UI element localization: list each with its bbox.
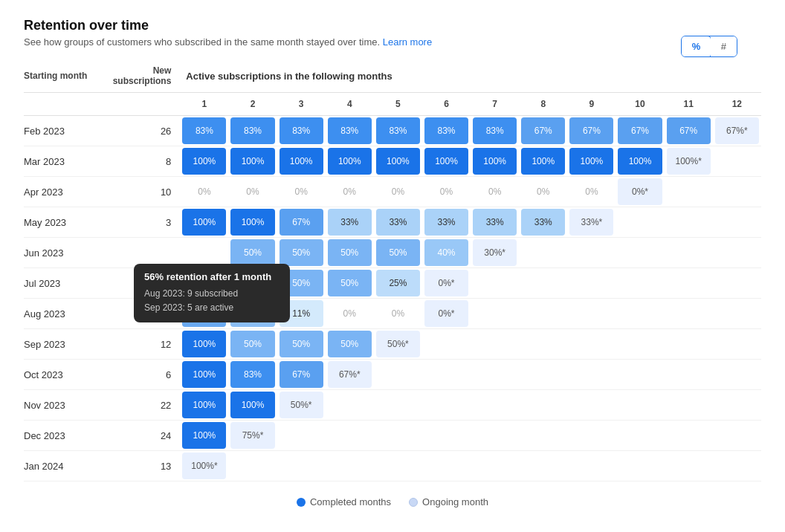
retention-cell[interactable] <box>713 421 761 451</box>
retention-cell[interactable] <box>713 207 761 238</box>
retention-cell[interactable]: 100% <box>180 207 228 238</box>
retention-cell[interactable]: 44% <box>228 299 277 329</box>
retention-cell[interactable] <box>665 329 713 360</box>
hash-toggle-button[interactable]: # <box>711 36 737 56</box>
retention-cell[interactable]: 83% <box>228 360 277 390</box>
retention-cell[interactable]: 83% <box>326 116 374 146</box>
retention-cell[interactable]: 25% <box>374 268 422 299</box>
retention-cell[interactable] <box>713 390 761 421</box>
retention-cell[interactable]: 0% <box>567 177 616 207</box>
retention-cell[interactable]: 50% <box>277 329 326 360</box>
retention-cell[interactable]: 100% <box>374 146 422 177</box>
retention-cell[interactable] <box>471 421 519 451</box>
retention-cell[interactable]: 100%* <box>180 451 228 481</box>
retention-cell[interactable]: 50% <box>374 238 422 268</box>
retention-cell[interactable] <box>519 268 567 299</box>
retention-cell[interactable]: 50% <box>326 268 374 299</box>
retention-cell[interactable]: 100% <box>422 146 471 177</box>
retention-cell[interactable] <box>567 238 616 268</box>
retention-cell[interactable]: 67%* <box>713 116 761 146</box>
retention-cell[interactable] <box>567 299 616 329</box>
retention-cell[interactable] <box>665 451 713 481</box>
retention-cell[interactable]: 50% <box>326 238 374 268</box>
retention-cell[interactable]: 67% <box>665 116 713 146</box>
retention-cell[interactable]: 50% <box>277 268 326 299</box>
retention-cell[interactable]: 50% <box>277 238 326 268</box>
retention-cell[interactable]: 100% <box>277 146 326 177</box>
retention-cell[interactable]: 50%* <box>277 390 326 421</box>
retention-cell[interactable] <box>422 451 471 481</box>
retention-cell[interactable]: 33% <box>422 207 471 238</box>
retention-cell[interactable] <box>665 390 713 421</box>
retention-cell[interactable] <box>277 451 326 481</box>
retention-cell[interactable] <box>180 238 228 268</box>
retention-cell[interactable]: 0% <box>374 177 422 207</box>
retention-cell[interactable]: 83% <box>471 116 519 146</box>
retention-cell[interactable]: 83% <box>422 116 471 146</box>
retention-cell[interactable]: 67% <box>616 116 664 146</box>
retention-cell[interactable] <box>713 451 761 481</box>
retention-cell[interactable]: 40% <box>422 238 471 268</box>
retention-cell[interactable] <box>567 390 616 421</box>
retention-cell[interactable] <box>567 451 616 481</box>
retention-cell[interactable]: 100% <box>471 146 519 177</box>
retention-cell[interactable]: 75% <box>228 268 277 299</box>
retention-cell[interactable] <box>471 390 519 421</box>
retention-cell[interactable] <box>471 360 519 390</box>
retention-cell[interactable] <box>616 299 664 329</box>
retention-cell[interactable] <box>519 299 567 329</box>
retention-cell[interactable]: 67% <box>277 207 326 238</box>
retention-cell[interactable] <box>713 177 761 207</box>
retention-cell[interactable] <box>567 268 616 299</box>
retention-cell[interactable] <box>326 451 374 481</box>
retention-cell[interactable]: 75%* <box>228 421 277 451</box>
retention-cell[interactable] <box>665 299 713 329</box>
retention-cell[interactable] <box>616 238 664 268</box>
retention-cell[interactable] <box>326 390 374 421</box>
retention-cell[interactable] <box>471 329 519 360</box>
retention-cell[interactable] <box>422 390 471 421</box>
retention-cell[interactable] <box>665 268 713 299</box>
retention-cell[interactable]: 50%* <box>374 329 422 360</box>
retention-cell[interactable]: 0% <box>519 177 567 207</box>
retention-cell[interactable] <box>374 360 422 390</box>
retention-cell[interactable] <box>616 268 664 299</box>
retention-cell[interactable] <box>616 421 664 451</box>
retention-cell[interactable] <box>228 451 277 481</box>
retention-cell[interactable]: 0% <box>471 177 519 207</box>
retention-cell[interactable] <box>374 451 422 481</box>
retention-cell[interactable]: 50% <box>228 238 277 268</box>
retention-cell[interactable]: 100% <box>519 146 567 177</box>
retention-cell[interactable] <box>519 451 567 481</box>
retention-cell[interactable]: 0% <box>422 177 471 207</box>
retention-cell[interactable] <box>519 390 567 421</box>
retention-cell[interactable]: 50% <box>228 329 277 360</box>
retention-cell[interactable]: 100% <box>228 207 277 238</box>
retention-cell[interactable]: 0%* <box>422 299 471 329</box>
retention-cell[interactable]: 33% <box>374 207 422 238</box>
learn-more-link[interactable]: Learn more <box>383 36 432 48</box>
retention-cell[interactable]: 100% <box>228 146 277 177</box>
retention-cell[interactable] <box>665 207 713 238</box>
retention-cell[interactable]: 0% <box>326 177 374 207</box>
retention-cell[interactable]: 100% <box>326 146 374 177</box>
retention-cell[interactable] <box>567 360 616 390</box>
retention-cell[interactable]: 100% <box>180 329 228 360</box>
retention-cell[interactable] <box>519 421 567 451</box>
retention-cell[interactable]: 33% <box>326 207 374 238</box>
retention-cell[interactable] <box>665 177 713 207</box>
retention-cell[interactable] <box>471 268 519 299</box>
retention-cell[interactable] <box>326 421 374 451</box>
retention-cell[interactable] <box>374 390 422 421</box>
retention-cell[interactable] <box>422 360 471 390</box>
retention-cell[interactable]: 100% <box>616 146 664 177</box>
retention-cell[interactable] <box>713 238 761 268</box>
retention-cell[interactable]: 100% <box>567 146 616 177</box>
retention-cell[interactable] <box>471 299 519 329</box>
retention-cell[interactable]: 83% <box>374 116 422 146</box>
retention-cell[interactable]: 67%* <box>326 360 374 390</box>
retention-cell[interactable] <box>665 421 713 451</box>
retention-cell[interactable] <box>713 268 761 299</box>
retention-cell[interactable]: 0% <box>180 177 228 207</box>
retention-cell[interactable]: 67% <box>519 116 567 146</box>
